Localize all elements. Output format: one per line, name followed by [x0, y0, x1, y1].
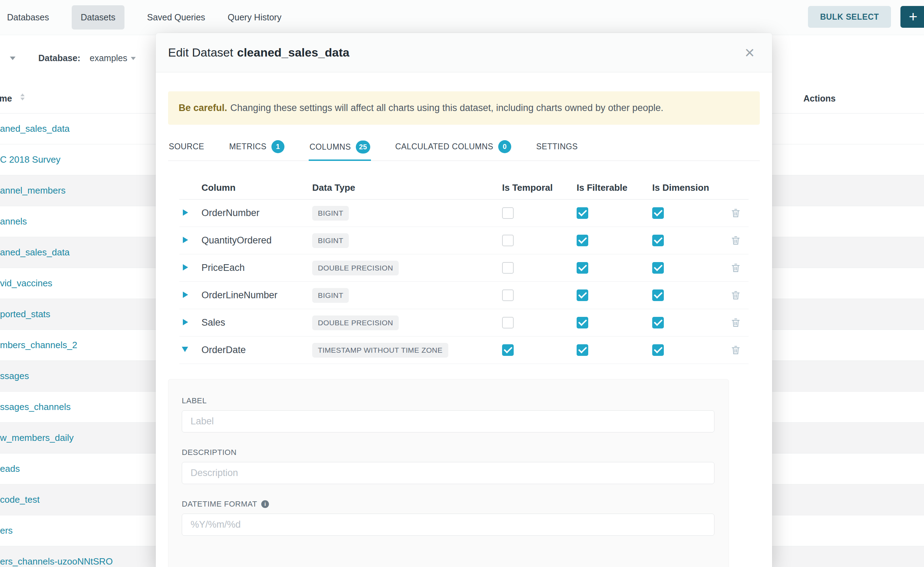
expand-caret-icon[interactable]: [183, 319, 188, 325]
description-input[interactable]: [182, 462, 715, 484]
tab-columns[interactable]: COLUMNS25: [309, 134, 371, 161]
tab-calculated-columns[interactable]: CALCULATED COLUMNS0: [394, 134, 512, 160]
column-edit-panel: LABEL DESCRIPTION DATETIME FORMAT i: [168, 379, 729, 567]
is-temporal-checkbox[interactable]: [502, 235, 514, 246]
tab-count-badge: 0: [498, 140, 511, 153]
expand-caret-icon[interactable]: [183, 264, 188, 270]
dataset-link[interactable]: annel_members: [0, 185, 65, 196]
column-header-is-dimension: Is Dimension: [652, 182, 722, 193]
dataset-link[interactable]: aned_sales_data: [0, 247, 69, 258]
delete-column-icon[interactable]: [731, 345, 740, 355]
delete-column-icon[interactable]: [731, 236, 740, 246]
data-type-pill: TIMESTAMP WITHOUT TIME ZONE: [312, 343, 448, 358]
is-temporal-checkbox[interactable]: [502, 262, 514, 274]
nav-tab-saved-queries[interactable]: Saved Queries: [147, 12, 205, 22]
tab-source[interactable]: SOURCE: [168, 134, 205, 160]
delete-column-icon[interactable]: [731, 318, 740, 328]
is-dimension-checkbox[interactable]: [652, 317, 664, 328]
columns-table-header-row: ColumnData TypeIs TemporalIs FilterableI…: [179, 176, 749, 200]
actions-column-header: Actions: [804, 93, 836, 104]
dataset-link[interactable]: vid_vaccines: [0, 278, 53, 289]
database-filter-label: Database:: [38, 53, 81, 63]
dataset-link[interactable]: eads: [0, 464, 20, 474]
close-icon[interactable]: ×: [741, 43, 758, 63]
database-filter-select[interactable]: examples: [90, 53, 127, 63]
column-name: PriceEach: [202, 262, 312, 273]
column-name: QuantityOrdered: [202, 235, 312, 246]
data-type-pill: BIGINT: [312, 206, 349, 220]
collapse-caret-icon[interactable]: [182, 347, 188, 352]
dataset-link[interactable]: ers: [0, 525, 13, 536]
modal-title-prefix: Edit Dataset: [168, 46, 233, 59]
dataset-link[interactable]: code_test: [0, 494, 40, 505]
column-name: OrderDate: [202, 345, 312, 356]
is-dimension-checkbox[interactable]: [652, 207, 664, 219]
nav-tab-query-history[interactable]: Query History: [228, 12, 281, 22]
warning-bold-text: Be careful.: [179, 102, 227, 114]
expand-caret-icon[interactable]: [183, 209, 188, 216]
is-filterable-checkbox[interactable]: [576, 262, 588, 274]
nav-tab-databases[interactable]: Databases: [7, 12, 49, 22]
is-temporal-checkbox[interactable]: [502, 344, 514, 356]
dataset-name: cleaned_sales_data: [237, 46, 349, 59]
column-row-orderlinenumber: OrderLineNumberBIGINT: [179, 282, 749, 309]
chevron-down-icon[interactable]: [10, 57, 15, 60]
chevron-down-icon: [131, 57, 136, 60]
dataset-link[interactable]: C 2018 Survey: [0, 154, 60, 165]
is-filterable-checkbox[interactable]: [576, 290, 588, 301]
sort-icon[interactable]: [20, 93, 25, 100]
is-filterable-checkbox[interactable]: [576, 317, 588, 328]
modal-header: Edit Dataset cleaned_sales_data ×: [156, 33, 772, 72]
is-temporal-checkbox[interactable]: [502, 290, 514, 301]
is-dimension-checkbox[interactable]: [652, 290, 664, 301]
is-filterable-checkbox[interactable]: [576, 235, 588, 246]
nav-tab-datasets[interactable]: Datasets: [72, 5, 125, 30]
column-row-sales: SalesDOUBLE PRECISION: [179, 309, 749, 336]
data-type-pill: DOUBLE PRECISION: [312, 261, 399, 275]
is-dimension-checkbox[interactable]: [652, 262, 664, 274]
expand-caret-icon[interactable]: [183, 292, 188, 298]
label-input[interactable]: [182, 410, 715, 432]
dataset-link[interactable]: aned_sales_data: [0, 123, 69, 134]
modal-tabs: SOURCEMETRICS1COLUMNS25CALCULATED COLUMN…: [168, 134, 760, 161]
label-field-group: LABEL: [182, 396, 715, 432]
data-type-pill: BIGINT: [312, 233, 349, 248]
dataset-link[interactable]: ssages_channels: [0, 402, 71, 412]
column-header-data-type: Data Type: [312, 182, 502, 193]
expand-caret-icon[interactable]: [183, 237, 188, 243]
data-type-pill: BIGINT: [312, 288, 349, 303]
dataset-link[interactable]: mbers_channels_2: [0, 340, 77, 351]
delete-column-icon[interactable]: [731, 263, 740, 273]
is-dimension-checkbox[interactable]: [652, 235, 664, 246]
tab-label: METRICS: [229, 142, 266, 152]
tab-metrics[interactable]: METRICS1: [229, 134, 285, 160]
modal-body: Be careful. Changing these settings will…: [156, 92, 772, 567]
delete-column-icon[interactable]: [731, 208, 740, 218]
is-temporal-checkbox[interactable]: [502, 207, 514, 219]
dataset-link[interactable]: ers_channels-uzooNNtSRO: [0, 556, 113, 567]
dataset-link[interactable]: w_members_daily: [0, 432, 74, 443]
add-dataset-button[interactable]: +: [900, 6, 924, 28]
is-dimension-checkbox[interactable]: [652, 344, 664, 356]
delete-column-icon[interactable]: [731, 290, 740, 300]
name-column-header[interactable]: me: [0, 93, 12, 104]
tab-settings[interactable]: SETTINGS: [536, 134, 578, 160]
datetime-format-label-text: DATETIME FORMAT: [182, 500, 257, 508]
bulk-select-button[interactable]: BULK SELECT: [808, 6, 891, 28]
info-icon[interactable]: i: [261, 500, 269, 508]
tab-label: CALCULATED COLUMNS: [395, 142, 493, 152]
warning-text: Changing these settings will affect all …: [230, 102, 664, 114]
tab-label: SETTINGS: [536, 142, 578, 152]
is-temporal-checkbox[interactable]: [502, 317, 514, 328]
is-filterable-checkbox[interactable]: [576, 207, 588, 219]
dataset-link[interactable]: annels: [0, 216, 27, 227]
column-row-quantityordered: QuantityOrderedBIGINT: [179, 227, 749, 254]
is-filterable-checkbox[interactable]: [576, 344, 588, 356]
tab-label: SOURCE: [169, 142, 204, 152]
dataset-link[interactable]: ssages: [0, 370, 29, 381]
dataset-link[interactable]: ported_stats: [0, 309, 50, 320]
data-type-pill: DOUBLE PRECISION: [312, 315, 399, 330]
column-row-orderdate: OrderDateTIMESTAMP WITHOUT TIME ZONE: [179, 336, 749, 364]
tab-count-badge: 1: [271, 140, 284, 153]
datetime-format-input[interactable]: [182, 514, 715, 536]
